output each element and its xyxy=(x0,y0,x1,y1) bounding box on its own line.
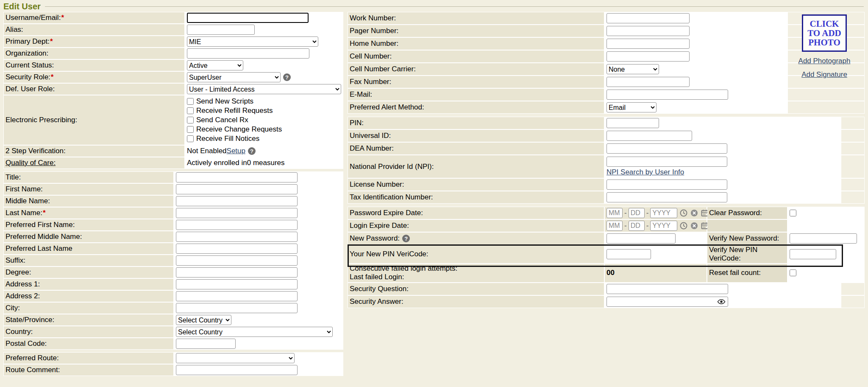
dea-number-input[interactable] xyxy=(606,143,727,154)
title-input[interactable] xyxy=(176,172,298,182)
work-number-input[interactable] xyxy=(606,13,690,23)
eye-icon[interactable] xyxy=(717,297,726,306)
security-answer-input[interactable] xyxy=(606,297,728,307)
country-select[interactable]: Select Country xyxy=(176,327,333,337)
receive-refill-requests-checkbox[interactable] xyxy=(187,107,194,114)
new-pin-vericode-input[interactable] xyxy=(606,249,651,259)
add-photo-button[interactable]: CLICK TO ADD PHOTO xyxy=(802,14,847,52)
organization-input[interactable] xyxy=(187,48,309,59)
first-name-input[interactable] xyxy=(176,184,298,194)
field-label: State/Province: xyxy=(6,316,54,324)
field-cell: Actively enrolled in0 measures xyxy=(185,157,343,168)
form-row: Preferred Last Name xyxy=(4,243,343,254)
preferred-first-name-input[interactable] xyxy=(176,220,298,230)
help-icon[interactable]: ? xyxy=(283,73,291,81)
field-cell xyxy=(605,89,787,101)
pin-input[interactable] xyxy=(606,118,659,128)
home-number-input[interactable] xyxy=(606,39,690,49)
form-row: 2 Step Verification:Not Enabled Setup? xyxy=(4,146,343,157)
clear-password-checkbox[interactable] xyxy=(790,210,796,216)
primary-dept-select[interactable]: MIE xyxy=(187,36,318,47)
preferred-route-select[interactable] xyxy=(176,353,295,363)
pager-number-input[interactable] xyxy=(606,26,690,36)
preferred-middle-name-input[interactable] xyxy=(176,232,298,242)
login-expire-date-year-input[interactable] xyxy=(650,221,677,231)
spacer-cell xyxy=(788,89,864,101)
help-icon[interactable]: ? xyxy=(402,235,410,242)
field-cell: MIE xyxy=(185,36,343,47)
field-cell xyxy=(605,296,840,308)
checkbox-label: Send New Scripts xyxy=(196,97,253,106)
route-comment-input[interactable] xyxy=(176,365,298,375)
suffix-input[interactable] xyxy=(176,255,298,266)
field-label[interactable]: Quality of Care: xyxy=(6,159,56,167)
email-input[interactable] xyxy=(606,90,728,100)
field-label-cell: State/Province: xyxy=(4,314,173,325)
password-expire-date-year-input[interactable] xyxy=(650,208,677,218)
degree-input[interactable] xyxy=(176,267,298,278)
state-province-select[interactable]: Select Country xyxy=(176,315,231,325)
verify-new-pin-vericode-input[interactable] xyxy=(790,249,836,259)
cell-carrier-select[interactable]: None xyxy=(606,64,659,74)
field-label: Preferred First Name: xyxy=(6,221,75,229)
help-icon[interactable]: ? xyxy=(248,147,256,155)
photo-placeholder-line: TO ADD xyxy=(807,28,841,38)
address2-input[interactable] xyxy=(176,291,298,301)
field-cell xyxy=(788,207,864,219)
alert-method-select[interactable]: Email xyxy=(606,102,657,112)
city-input[interactable] xyxy=(176,303,298,313)
postal-code-input[interactable] xyxy=(176,339,236,349)
password-expire-date-day-input[interactable] xyxy=(629,208,645,218)
username-email-input[interactable] xyxy=(187,13,309,23)
clear-icon[interactable] xyxy=(690,222,698,230)
preferred-last-name-input[interactable] xyxy=(176,244,298,254)
form-row: Def. User Role:User - Limited Access xyxy=(4,84,343,95)
name-address-section: Title:First Name:Middle Name:Last Name:*… xyxy=(3,171,343,350)
field-label-cell: Suffix: xyxy=(4,255,173,266)
add-signature-link[interactable]: Add Signature xyxy=(801,70,847,79)
add-photograph-link[interactable]: Add Photograph xyxy=(798,57,851,65)
fax-number-input[interactable] xyxy=(606,77,690,87)
field-cell xyxy=(174,196,343,207)
license-number-input[interactable] xyxy=(606,179,727,190)
field-label-cell: Your New PIN VeriCode: xyxy=(348,245,604,263)
login-expire-date-month-input[interactable] xyxy=(606,221,623,231)
field-label-cell: New Password:? xyxy=(348,233,604,244)
alias-input[interactable] xyxy=(187,25,255,35)
date-separator: - xyxy=(646,209,649,217)
new-password-input[interactable] xyxy=(606,233,676,244)
form-row: City: xyxy=(4,303,343,314)
login-expire-date-day-input[interactable] xyxy=(629,221,645,231)
field-cell xyxy=(605,130,840,142)
def-user-role-select[interactable]: User - Limited Access xyxy=(187,84,341,94)
last-name-input[interactable] xyxy=(176,208,298,218)
field-label-cell: Country: xyxy=(4,326,173,337)
cell-number-input[interactable] xyxy=(606,51,690,62)
field-label: City: xyxy=(6,304,20,312)
two-step-setup-link[interactable]: Setup xyxy=(227,147,245,155)
security-role-select[interactable]: SuperUser xyxy=(187,72,281,82)
tax-id-input[interactable] xyxy=(606,192,727,202)
receive-fill-notices-checkbox[interactable] xyxy=(187,135,194,142)
form-row: Security Question: xyxy=(348,283,864,295)
universal-id-input[interactable] xyxy=(606,131,692,141)
field-cell xyxy=(174,267,343,278)
security-question-input[interactable] xyxy=(606,284,728,294)
photo-placeholder-line: PHOTO xyxy=(807,38,841,47)
middle-name-input[interactable] xyxy=(176,196,298,206)
reset-fail-count-checkbox[interactable] xyxy=(790,269,796,276)
send-new-scripts-checkbox[interactable] xyxy=(187,98,194,105)
clock-icon[interactable] xyxy=(679,209,688,217)
clock-icon[interactable] xyxy=(679,222,688,230)
clear-icon[interactable] xyxy=(690,209,698,217)
current-status-select[interactable]: Active xyxy=(187,60,243,70)
receive-change-requests-checkbox[interactable] xyxy=(187,126,194,133)
field-label: Def. User Role: xyxy=(6,85,55,93)
send-cancel-rx-checkbox[interactable] xyxy=(187,117,194,123)
npi-input[interactable] xyxy=(606,157,727,167)
verify-new-password-input[interactable] xyxy=(790,233,857,244)
password-expire-date-month-input[interactable] xyxy=(606,208,623,218)
address1-input[interactable] xyxy=(176,279,298,289)
field-cell xyxy=(174,219,343,230)
npi-search-link[interactable]: NPI Search by User Info xyxy=(606,168,684,177)
